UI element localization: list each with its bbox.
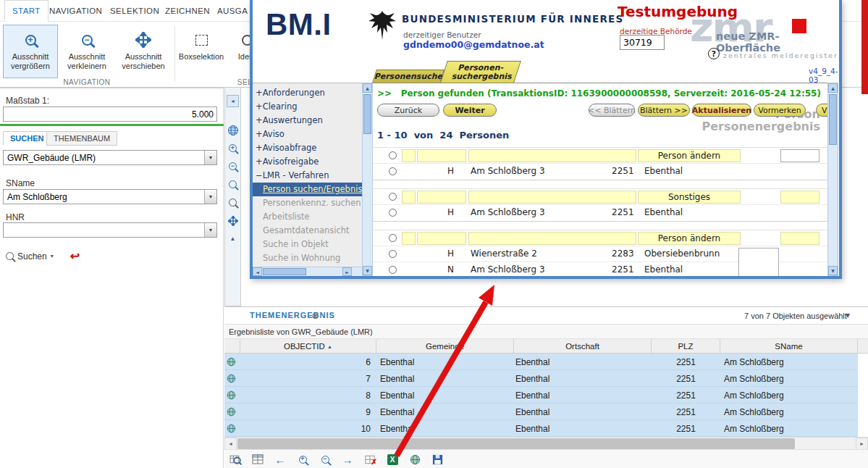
current-user-value[interactable]: gdndemo00@gemdatnoe.at bbox=[403, 39, 544, 50]
sname-select[interactable]: Am Schloßberg ▼ bbox=[3, 189, 217, 204]
globe-icon[interactable] bbox=[227, 370, 240, 387]
back-button[interactable]: Zurück bbox=[377, 104, 439, 117]
clipped-button[interactable]: V bbox=[816, 104, 827, 117]
dropdown-arrow-icon[interactable]: ▼ bbox=[204, 151, 216, 164]
menu-item-anforderungen[interactable]: +Anforderungen bbox=[253, 86, 362, 100]
table-row[interactable]: 7 Ebenthal Ebenthal 2251 Am Schloßberg bbox=[224, 370, 858, 387]
menu-item-auswertungen[interactable]: +Auswertungen bbox=[253, 114, 362, 128]
globe-icon[interactable] bbox=[227, 404, 240, 420]
person-radio[interactable] bbox=[389, 193, 397, 201]
scroll-down-icon[interactable]: ▼ bbox=[363, 266, 372, 275]
refresh-button[interactable]: Aktualisieren bbox=[692, 104, 751, 117]
scrollbar-thumb[interactable] bbox=[237, 438, 795, 449]
table-row[interactable]: 8 Ebenthal Ebenthal 2251 Am Schloßberg bbox=[224, 387, 858, 404]
input-cell[interactable] bbox=[780, 149, 819, 162]
table-row[interactable]: 6 Ebenthal Ebenthal 2251 Am Schloßberg bbox=[224, 354, 858, 370]
column-header-sname[interactable]: SName bbox=[720, 339, 858, 354]
zoom-window-icon[interactable] bbox=[226, 177, 240, 191]
scroll-left-icon[interactable]: ◄ bbox=[224, 438, 237, 450]
bookmark-button[interactable]: Vormerken bbox=[754, 104, 806, 117]
column-header-objectid[interactable]: OBJECTID ▲ bbox=[240, 339, 376, 354]
page-prev-button[interactable]: << Blättern bbox=[589, 104, 635, 117]
globe-icon[interactable] bbox=[408, 452, 422, 467]
action-select[interactable]: Sonstiges bbox=[638, 191, 741, 204]
action-select[interactable]: Person ändern bbox=[638, 149, 741, 162]
tab-personensuchergebnis[interactable]: Personen-suchergebnis bbox=[440, 61, 521, 83]
menu-item-aviso[interactable]: +Aviso bbox=[253, 128, 362, 141]
clear-result-icon[interactable]: ✗ bbox=[363, 452, 377, 467]
action-select[interactable]: Person ändern bbox=[638, 232, 741, 245]
menu-item-lmr-verfahren[interactable]: −LMR - Verfahren bbox=[253, 169, 362, 183]
zoom-extent-out-button[interactable]: − Ausschnitt verkleinern bbox=[61, 25, 113, 78]
next-button[interactable]: Weiter bbox=[443, 104, 497, 117]
previous-result-icon[interactable]: ← bbox=[273, 452, 287, 467]
hnr-select[interactable]: ▼ bbox=[3, 222, 217, 238]
results-tab-title[interactable]: THEMENERGEBNIS bbox=[250, 311, 335, 319]
scroll-left-icon[interactable]: ◄ bbox=[253, 267, 262, 276]
page-next-button[interactable]: Blättern >> bbox=[638, 104, 690, 117]
address-radio[interactable] bbox=[389, 209, 397, 217]
magnify-icon[interactable] bbox=[226, 196, 240, 209]
table-row[interactable]: 9 Ebenthal Ebenthal 2251 Am Schloßberg bbox=[224, 404, 858, 420]
tab-suchen[interactable]: SUCHEN bbox=[3, 131, 51, 146]
menu-item-avisoabfrage[interactable]: +Avisoabfrage bbox=[253, 141, 362, 155]
menu-item-clearing[interactable]: +Clearing bbox=[253, 100, 362, 114]
person-radio[interactable] bbox=[389, 151, 397, 159]
scroll-up-icon[interactable]: ▲ bbox=[226, 232, 240, 246]
dropdown-arrow-icon[interactable]: ▼ bbox=[204, 190, 216, 204]
scroll-right-icon[interactable]: ► bbox=[342, 267, 352, 276]
globe-icon[interactable] bbox=[227, 387, 240, 404]
scrollbar-thumb[interactable] bbox=[363, 94, 371, 134]
zoom-in-icon[interactable]: + bbox=[226, 141, 240, 155]
content-vertical-scrollbar[interactable]: ▲ ▼ bbox=[827, 83, 838, 276]
globe-icon[interactable] bbox=[227, 354, 240, 370]
menu-horizontal-scrollbar[interactable]: ◄ ► bbox=[253, 267, 362, 276]
address-radio[interactable] bbox=[389, 266, 397, 274]
address-radio[interactable] bbox=[389, 250, 397, 258]
zoom-extent-in-button[interactable]: + Ausschnitt vergrößern bbox=[3, 25, 58, 78]
undo-icon[interactable]: ↩ bbox=[70, 249, 80, 263]
next-result-icon[interactable]: → bbox=[340, 452, 355, 467]
scrollbar-thumb[interactable] bbox=[829, 94, 837, 145]
zoom-out-icon[interactable]: − bbox=[318, 452, 332, 467]
search-button[interactable]: Suchen ▾ ↩ bbox=[6, 249, 80, 263]
column-header-ortschaft[interactable]: Ortschaft bbox=[514, 339, 652, 354]
globe-overview-icon[interactable] bbox=[226, 123, 240, 137]
scale-input[interactable] bbox=[3, 106, 217, 122]
zoom-out-icon[interactable]: − bbox=[226, 159, 240, 173]
zoom-to-result-icon[interactable] bbox=[228, 452, 243, 467]
menu-vertical-scrollbar[interactable]: ▲ ▼ bbox=[362, 83, 373, 276]
save-icon[interactable] bbox=[430, 452, 444, 467]
ribbon-tab-selektion[interactable]: SELEKTION bbox=[103, 0, 167, 22]
ribbon-tab-zeichnen[interactable]: ZEICHNEN bbox=[158, 0, 217, 22]
scroll-up-icon[interactable]: ▲ bbox=[363, 83, 372, 93]
help-icon[interactable]: ? bbox=[708, 48, 720, 59]
zoom-in-icon[interactable]: + bbox=[295, 452, 310, 467]
person-radio[interactable] bbox=[389, 234, 397, 242]
collapse-chevron-icon[interactable]: ▾ bbox=[846, 310, 850, 320]
horizontal-scrollbar[interactable]: ◄ ► bbox=[224, 437, 868, 449]
attribute-table-icon[interactable] bbox=[250, 452, 265, 467]
menu-item-person-suchen-ergebnis[interactable]: Person suchen/Ergebnis bbox=[253, 183, 362, 196]
close-icon[interactable]: ⊗ bbox=[311, 310, 319, 321]
box-selection-button[interactable]: Boxselektion bbox=[177, 25, 225, 78]
address-radio[interactable] bbox=[389, 167, 397, 175]
ribbon-tab-navigation[interactable]: NAVIGATION bbox=[42, 0, 109, 22]
scroll-up-icon[interactable]: ▲ bbox=[828, 83, 838, 93]
scrollbar-thumb[interactable] bbox=[263, 268, 306, 275]
collapse-panel-icon[interactable]: ◄ bbox=[227, 95, 239, 107]
excel-export-icon[interactable]: X bbox=[385, 452, 400, 467]
menu-item-avisofreigabe[interactable]: +Avisofreigabe bbox=[253, 155, 362, 169]
column-header-gemeinde[interactable]: Gemeinde bbox=[376, 339, 514, 354]
input-cell[interactable] bbox=[738, 248, 779, 276]
dropdown-arrow-icon[interactable]: ▼ bbox=[204, 223, 216, 237]
authority-input[interactable] bbox=[620, 35, 665, 50]
scroll-right-icon[interactable]: ► bbox=[856, 438, 868, 450]
pan-button[interactable]: Ausschnitt verschieben bbox=[114, 25, 172, 78]
tab-themenbaum[interactable]: THEMENBAUM bbox=[46, 131, 117, 146]
ribbon-tab-ausgabe[interactable]: AUSGA bbox=[210, 0, 255, 22]
full-extent-icon[interactable] bbox=[226, 214, 240, 227]
tab-personensuche[interactable]: Personensuche bbox=[372, 70, 444, 83]
column-header-plz[interactable]: PLZ bbox=[652, 339, 720, 354]
layer-select[interactable]: GWR_Gebäude (LMR) ▼ bbox=[3, 150, 217, 165]
